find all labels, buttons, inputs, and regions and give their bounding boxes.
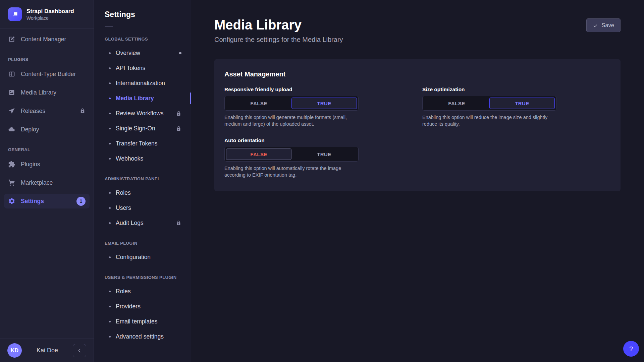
brand-title: Strapi Dashboard (26, 8, 74, 15)
settings-nav-item-media-library[interactable]: Media Library (94, 91, 191, 106)
user-area: KD Kai Doe (0, 339, 94, 362)
releases-icon (8, 107, 15, 115)
avatar[interactable]: KD (7, 343, 22, 358)
sidebar-item-label: Media Library (21, 89, 56, 96)
size-optimization-option-true[interactable]: TRUE (489, 98, 555, 109)
auto-orientation-option-true[interactable]: TRUE (291, 148, 357, 160)
bullet-icon (109, 321, 111, 322)
size-optimization-option-false[interactable]: FALSE (424, 98, 489, 109)
field-hint: Enabling this option will automatically … (224, 165, 359, 178)
help-button[interactable]: ? (623, 341, 639, 357)
settings-nav-item-single-sign-on[interactable]: Single Sign-On (94, 121, 191, 136)
sidebar-item-releases[interactable]: Releases (4, 104, 90, 118)
settings-nav-item-roles[interactable]: Roles (94, 284, 191, 299)
sidebar-item-media-library[interactable]: Media Library (4, 85, 90, 100)
responsive-friendly-upload-option-false[interactable]: FALSE (226, 98, 291, 109)
settings-nav-item-advanced-settings[interactable]: Advanced settings (94, 329, 191, 344)
notification-dot-icon (179, 52, 181, 54)
settings-nav-item-providers[interactable]: Providers (94, 299, 191, 314)
field-label: Size optimization (422, 86, 556, 93)
settings-nav-item-webhooks[interactable]: Webhooks (94, 151, 191, 166)
settings-nav-section: USERS & PERMISSIONS PLUGINRolesProviders… (94, 275, 191, 344)
settings-nav-item-review-workflows[interactable]: Review Workflows (94, 106, 191, 121)
sidebar-item-label: Releases (21, 108, 45, 115)
title-divider (105, 26, 113, 26)
nav-section: Content Manager (4, 32, 90, 47)
toggle-auto-orientation: FALSETRUE (224, 147, 359, 162)
settings-nav-item-internationalization[interactable]: Internationalization (94, 76, 191, 91)
sidebar-item-label: Content-Type Builder (21, 71, 76, 78)
toggle-size-optimization: FALSETRUE (422, 96, 556, 111)
bullet-icon (109, 158, 111, 160)
save-button[interactable]: Save (586, 18, 621, 32)
settings-nav-item-label: Media Library (116, 95, 154, 102)
settings-section-label-global-settings: GLOBAL SETTINGS (105, 37, 180, 42)
settings-nav-item-label: Review Workflows (116, 110, 164, 117)
responsive-friendly-upload-option-true[interactable]: TRUE (291, 98, 357, 109)
bullet-icon (109, 291, 111, 292)
lock-icon (176, 111, 181, 116)
settings-section-label-email-plugin: EMAIL PLUGIN (105, 241, 180, 246)
settings-nav-item-label: Overview (116, 50, 140, 57)
settings-nav-item-overview[interactable]: Overview (94, 46, 191, 61)
main-nav-list: Content ManagerPLUGINSContent-Type Build… (0, 28, 94, 339)
workplace-home-link[interactable]: Strapi Dashboard Workplace (0, 0, 94, 28)
bullet-icon (109, 192, 111, 194)
field-size-optimization: Size optimizationFALSETRUEEnabling this … (422, 86, 556, 127)
settings-fields: Responsive friendly uploadFALSETRUEEnabl… (224, 86, 610, 178)
nav-section: GENERALPluginsMarketplaceSettings1 (4, 140, 90, 208)
settings-nav-item-email-templates[interactable]: Email templates (94, 314, 191, 329)
field-hint: Enabling this option will reduce the ima… (422, 114, 556, 127)
nav-section: PLUGINSContent-Type BuilderMedia Library… (4, 50, 90, 137)
bullet-icon (109, 82, 111, 84)
sidebar-item-label: Marketplace (21, 179, 53, 186)
bullet-icon (109, 336, 111, 338)
bullet-icon (109, 207, 111, 209)
collapse-sidebar-button[interactable] (73, 344, 86, 357)
sidebar-item-label: Settings (21, 198, 44, 205)
settings-sidebar: Settings GLOBAL SETTINGSOverviewAPI Toke… (94, 0, 191, 362)
nav-section-label-plugins: PLUGINS (4, 50, 90, 67)
settings-nav-item-users[interactable]: Users (94, 200, 191, 216)
field-responsive-friendly-upload: Responsive friendly uploadFALSETRUEEnabl… (224, 86, 359, 127)
content-manager-icon (8, 36, 15, 43)
lock-icon (176, 126, 181, 131)
bullet-icon (109, 98, 111, 99)
settings-nav-section: EMAIL PLUGINConfiguration (94, 241, 191, 265)
page-title-block: Media Library Configure the settings for… (214, 17, 343, 44)
settings-nav-item-roles[interactable]: Roles (94, 185, 191, 200)
settings-nav-item-label: Advanced settings (116, 333, 164, 340)
settings-nav-section: ADMINISTRATION PANELRolesUsersAudit Logs (94, 176, 191, 231)
toggle-responsive-friendly-upload: FALSETRUE (224, 96, 359, 111)
sidebar-item-settings[interactable]: Settings1 (4, 194, 90, 208)
bullet-icon (109, 52, 111, 54)
auto-orientation-option-false[interactable]: FALSE (226, 148, 291, 160)
settings-nav-item-label: Email templates (116, 318, 158, 325)
settings-nav-section: GLOBAL SETTINGSOverviewAPI TokensInterna… (94, 37, 191, 166)
brand-text: Strapi Dashboard Workplace (26, 8, 74, 21)
sidebar-item-label: Plugins (21, 161, 40, 168)
lock-icon (79, 108, 86, 114)
settings-icon (8, 197, 15, 205)
bullet-icon (109, 67, 111, 69)
settings-nav-item-label: Configuration (116, 254, 151, 261)
settings-nav-item-transfer-tokens[interactable]: Transfer Tokens (94, 136, 191, 151)
page-title: Media Library (214, 17, 343, 32)
settings-nav-item-api-tokens[interactable]: API Tokens (94, 61, 191, 76)
bullet-icon (109, 256, 111, 258)
page-subtitle: Configure the settings for the Media Lib… (214, 36, 343, 44)
sidebar-item-label: Deploy (21, 126, 39, 133)
sidebar-item-content-manager[interactable]: Content Manager (4, 32, 90, 47)
sidebar-item-deploy[interactable]: Deploy (4, 122, 90, 137)
settings-nav-item-audit-logs[interactable]: Audit Logs (94, 216, 191, 231)
settings-nav-item-label: Transfer Tokens (116, 140, 158, 147)
settings-nav-item-configuration[interactable]: Configuration (94, 250, 191, 265)
sidebar-item-content-type-builder[interactable]: Content-Type Builder (4, 67, 90, 81)
bullet-icon (109, 306, 111, 307)
sidebar-item-plugins[interactable]: Plugins (4, 157, 90, 172)
marketplace-icon (8, 179, 15, 186)
asset-management-card: Asset Management Responsive friendly upl… (214, 59, 621, 191)
deploy-icon (8, 126, 15, 133)
sidebar-item-marketplace[interactable]: Marketplace (4, 175, 90, 190)
settings-nav-item-label: Webhooks (116, 155, 143, 162)
